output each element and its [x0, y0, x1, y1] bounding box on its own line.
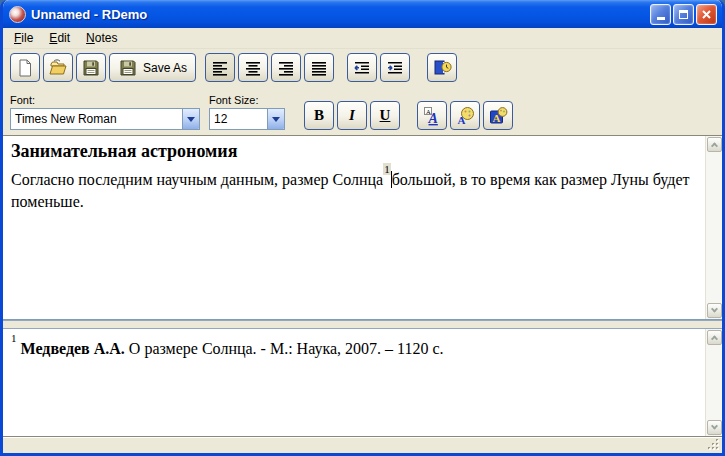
menu-edit[interactable]: Edit: [41, 29, 78, 47]
document-paragraph: Согласно последним научным данным, разме…: [11, 164, 698, 213]
app-window: Unnamed - RDemo File Edit Notes: [0, 0, 725, 456]
increase-indent-icon: [385, 58, 405, 78]
font-label: Font:: [10, 94, 200, 106]
open-folder-icon: [48, 58, 68, 78]
menu-file[interactable]: File: [6, 29, 41, 47]
align-right-icon: [276, 58, 296, 78]
svg-text:A: A: [457, 114, 465, 126]
scroll-down-button[interactable]: [707, 303, 722, 318]
highlight-color-button[interactable]: A: [483, 101, 513, 130]
font-size-label: Font Size:: [209, 94, 285, 106]
italic-button[interactable]: I: [337, 101, 367, 130]
chevron-up-icon: [710, 142, 717, 149]
new-document-icon: [15, 58, 35, 78]
font-dialog-icon: A A: [422, 105, 443, 126]
scroll-up-button[interactable]: [707, 137, 722, 152]
minimize-icon: [657, 17, 665, 20]
font-dialog-button[interactable]: A A: [417, 101, 447, 130]
text-color-button[interactable]: A: [450, 101, 480, 130]
minimize-button[interactable]: [650, 4, 671, 25]
window-title: Unnamed - RDemo: [31, 7, 650, 22]
font-value: Times New Roman: [11, 112, 182, 126]
font-size-combobox[interactable]: 12: [209, 108, 285, 130]
close-icon: [701, 9, 712, 20]
align-justify-icon: [309, 58, 329, 78]
chevron-down-icon: [710, 423, 717, 430]
chevron-down-icon: [710, 306, 717, 313]
menu-notes[interactable]: Notes: [78, 29, 125, 47]
format-toolbar: Font: Times New Roman Font Size: 12 B I …: [3, 86, 722, 136]
footnote-text[interactable]: 1 Медведев А.А. О размере Солнца. - М.: …: [3, 329, 722, 358]
decrease-indent-icon: [352, 58, 372, 78]
chevron-down-icon[interactable]: [182, 109, 199, 129]
scroll-down-button[interactable]: [707, 420, 722, 435]
font-size-value: 12: [210, 112, 267, 126]
svg-text:A: A: [427, 111, 437, 126]
align-right-button[interactable]: [271, 53, 301, 82]
notes-book-icon: [432, 57, 453, 78]
increase-indent-button[interactable]: [380, 53, 410, 82]
pane-splitter[interactable]: [3, 320, 722, 329]
close-button[interactable]: [696, 4, 717, 25]
maximize-icon: [679, 10, 688, 19]
footnote-scrollbar[interactable]: [705, 329, 722, 436]
app-icon: [9, 6, 26, 23]
save-as-button[interactable]: Save As: [109, 53, 196, 82]
maximize-button[interactable]: [673, 4, 694, 25]
editor-pane[interactable]: Занимательная астрономия Согласно послед…: [3, 136, 722, 320]
align-justify-button[interactable]: [304, 53, 334, 82]
align-left-icon: [210, 58, 230, 78]
align-left-button[interactable]: [205, 53, 235, 82]
footnote-number: 1: [11, 332, 17, 344]
titlebar[interactable]: Unnamed - RDemo: [3, 0, 722, 28]
decrease-indent-button[interactable]: [347, 53, 377, 82]
footnote-author: Медведев А.А.: [21, 340, 125, 357]
bold-button[interactable]: B: [304, 101, 334, 130]
open-button[interactable]: [43, 53, 73, 82]
underline-button[interactable]: U: [370, 101, 400, 130]
notes-button[interactable]: [427, 53, 457, 82]
footnote-pane[interactable]: 1 Медведев А.А. О размере Солнца. - М.: …: [3, 329, 722, 437]
save-as-label: Save As: [143, 61, 187, 75]
toolbar-main: Save As: [3, 49, 722, 86]
save-icon: [81, 58, 101, 78]
editor-scrollbar[interactable]: [705, 136, 722, 319]
text-color-icon: A: [455, 105, 476, 126]
align-center-button[interactable]: [238, 53, 268, 82]
menubar: File Edit Notes: [3, 28, 722, 49]
align-center-icon: [243, 58, 263, 78]
save-button[interactable]: [76, 53, 106, 82]
chevron-up-icon: [710, 335, 717, 342]
document-text[interactable]: Занимательная астрономия Согласно послед…: [3, 136, 722, 213]
highlight-color-icon: A: [488, 105, 509, 126]
footnote-reference[interactable]: 1: [383, 163, 391, 175]
resize-grip-icon[interactable]: [707, 438, 720, 451]
document-heading: Занимательная астрономия: [11, 139, 698, 163]
chevron-down-icon[interactable]: [267, 109, 284, 129]
statusbar: [3, 437, 722, 453]
save-icon: [118, 58, 138, 78]
font-combobox[interactable]: Times New Roman: [10, 108, 200, 130]
new-document-button[interactable]: [10, 53, 40, 82]
scroll-up-button[interactable]: [707, 330, 722, 345]
